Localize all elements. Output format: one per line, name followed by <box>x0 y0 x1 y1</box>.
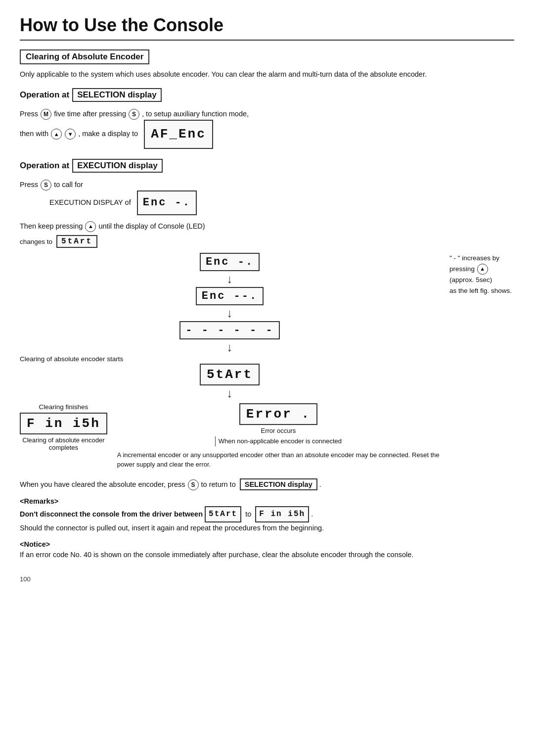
right-notes: " - " increases by pressing ▲ (approx. 5… <box>449 253 514 296</box>
right-note-2: pressing ▲ (approx. 5sec) <box>449 264 514 285</box>
flow-main-column: Enc -. ↓ Enc --. ↓ - - - - - - ↓ Clearin… <box>20 253 440 470</box>
finish-col: Clearing finishes F in i5h Clearing of a… <box>20 403 107 470</box>
page-number: 100 <box>20 575 514 583</box>
clearing-intro: Only applicable to the system which uses… <box>20 69 514 80</box>
lcd-finish: F in i5h <box>20 413 107 434</box>
lcd-error: Error . <box>239 403 317 425</box>
m-button: M <box>41 109 51 120</box>
remarks-bold: Don't disconnect the console from the dr… <box>20 510 203 518</box>
lcd-enc-1: Enc -. <box>200 253 260 271</box>
branching-row: Clearing finishes F in i5h Clearing of a… <box>20 403 440 470</box>
remarks-note: Should the connector is pulled out, inse… <box>20 524 324 532</box>
arrow-2: ↓ <box>226 307 232 319</box>
clearing-section-heading: Clearing of Absolute Encoder <box>20 49 149 64</box>
lcd-dashes: - - - - - - <box>179 321 279 339</box>
selection-display-tag: SELECTION display <box>72 88 162 102</box>
exec-display-of-label: EXECUTION DISPLAY of <box>20 198 131 206</box>
bottom-note: When you have cleared the absolute encod… <box>20 479 514 490</box>
down-button-sel: ▼ <box>65 129 76 140</box>
changes-to-row: changes to 5tArt <box>20 235 514 248</box>
lcd-start2: 5tArt <box>200 364 260 385</box>
execution-label: Operation at <box>20 161 69 171</box>
execution-operation-header: Operation at EXECUTION display <box>20 159 514 173</box>
lcd-enc-2: Enc --. <box>196 287 264 305</box>
selection-label: Operation at <box>20 90 69 100</box>
error-note: When non-applicable encoder is connected <box>215 436 342 446</box>
notice-title: <Notice> <box>20 540 514 548</box>
clearing-finishes-label: Clearing finishes <box>39 403 89 411</box>
arrow-4: ↓ <box>226 387 232 399</box>
finish-completes-label: Clearing of absolute encoder completes <box>20 436 107 451</box>
right-note-1: " - " increases by <box>449 253 514 264</box>
up-button-sel: ▲ <box>51 129 62 140</box>
s-button-exec: S <box>41 180 51 190</box>
lcd-enc-dash: Enc -. <box>137 190 197 215</box>
selection-operation-header: Operation at SELECTION display <box>20 88 514 102</box>
remarks-lcd-finish: F in i5h <box>255 506 309 523</box>
remarks-body: Don't disconnect the console from the dr… <box>20 506 514 534</box>
selection-press-text: Press M five time after pressing S , to … <box>20 108 514 149</box>
lcd-af-enc: AF_Enc <box>144 120 213 148</box>
error-explain: A incremental encoder or any unsupported… <box>117 450 440 470</box>
then-keep-text: Then keep pressing ▲ until the display o… <box>20 220 514 233</box>
arrow-1: ↓ <box>226 273 232 285</box>
exec-press-s: Press S to call for EXECUTION DISPLAY of… <box>20 179 514 215</box>
error-col: Error . Error occurs When non-applicable… <box>117 403 440 470</box>
s-button-sel: S <box>129 109 139 120</box>
remarks-section: <Remarks> Don't disconnect the console f… <box>20 497 514 534</box>
arrow-3: ↓ <box>226 341 232 353</box>
bottom-display-tag: SELECTION display <box>240 478 317 490</box>
remarks-title: <Remarks> <box>20 497 514 505</box>
page-title: How to Use the Console <box>20 15 514 41</box>
up-btn-right: ▲ <box>477 264 488 275</box>
right-note-3: as the left fig. shows. <box>449 285 514 296</box>
clearing-starts-label: Clearing of absolute encoder starts <box>20 355 123 363</box>
up-button-exec: ▲ <box>85 221 96 232</box>
flow-diagram: Enc -. ↓ Enc --. ↓ - - - - - - ↓ Clearin… <box>20 253 514 470</box>
execution-display-tag: EXECUTION display <box>72 159 162 173</box>
notice-body: If an error code No. 40 is shown on the … <box>20 549 514 561</box>
remarks-lcd-start: 5tArt <box>205 506 241 523</box>
s-button-bottom: S <box>188 479 199 490</box>
notice-section: <Notice> If an error code No. 40 is show… <box>20 540 514 561</box>
lcd-start-changes: 5tArt <box>56 235 97 248</box>
error-occurs-label: Error occurs <box>261 427 296 434</box>
